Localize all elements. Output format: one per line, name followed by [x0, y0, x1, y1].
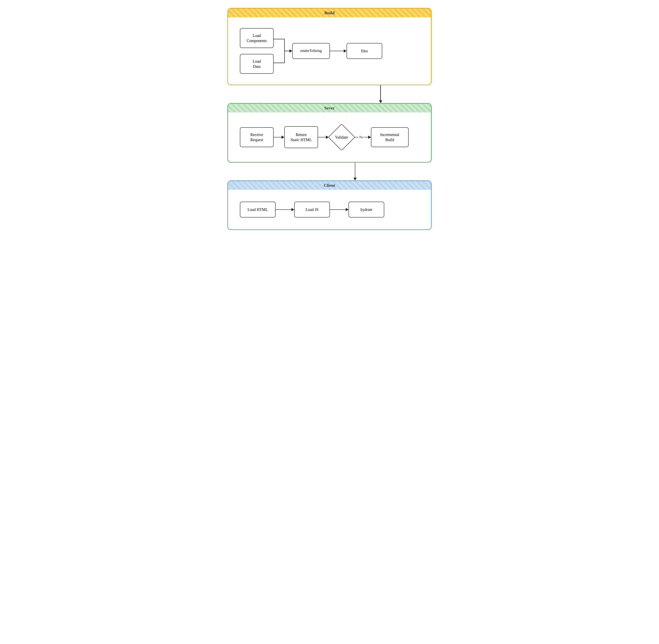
build-arrow1	[289, 49, 292, 52]
validate-node: Validate	[329, 124, 354, 150]
return-static-html-node: Return Static HTML	[284, 126, 318, 148]
client-header: Client	[228, 181, 431, 190]
server-header: Sever	[228, 104, 431, 112]
build-to-server-connector	[330, 85, 431, 103]
client-title: Client	[324, 183, 335, 188]
load-data-node: Load Data	[240, 54, 274, 74]
build-section: Build Load Components Load Data	[228, 8, 431, 85]
server-section: Sever Receive Request Return Static HTML	[228, 103, 431, 163]
files-node: files	[347, 43, 382, 59]
receive-request-node: Receive Request	[240, 127, 274, 147]
server-arrow2	[318, 136, 329, 139]
incremental-build-node: Incremental Build	[371, 127, 408, 147]
build-header: Build	[228, 8, 431, 17]
server-arrow1	[274, 136, 284, 139]
client-arrow2	[330, 208, 349, 211]
hydrate-node: hydrate	[349, 202, 384, 217]
merge-bracket-svg	[274, 27, 289, 75]
load-components-node: Load Components	[240, 28, 274, 48]
render-to-string-node: renderToString	[292, 43, 330, 59]
client-arrow1	[276, 208, 294, 211]
client-flow: Load HTML Load JS hydrate	[240, 202, 384, 217]
client-section: Client Load HTML Load JS hy	[228, 180, 431, 230]
server-flow: Receive Request Return Static HTML Valid…	[240, 124, 408, 150]
build-arrow2	[330, 49, 347, 52]
server-arrow3: No	[354, 135, 371, 139]
build-title: Build	[324, 10, 334, 16]
server-to-client-connector	[279, 163, 432, 180]
load-js-node: Load JS	[294, 202, 330, 217]
server-title: Sever	[324, 106, 335, 111]
load-html-node: Load HTML	[240, 202, 276, 217]
build-inputs: Load Components Load Data	[240, 28, 274, 74]
no-label: No	[359, 135, 363, 139]
build-flow: Load Components Load Data	[240, 27, 419, 75]
